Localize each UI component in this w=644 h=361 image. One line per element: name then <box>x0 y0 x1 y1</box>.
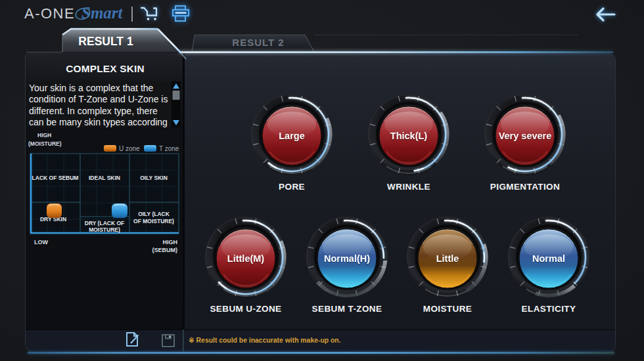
svg-text:LACK OF SEBUM: LACK OF SEBUM <box>32 175 79 181</box>
svg-text:Little(M): Little(M) <box>227 253 265 264</box>
svg-text:OF MOISTURE): OF MOISTURE) <box>133 218 174 224</box>
svg-text:RESULT 2: RESULT 2 <box>232 37 284 48</box>
svg-text:(MOISTURE): (MOISTURE) <box>28 140 62 147</box>
svg-text:IDEAL SKIN: IDEAL SKIN <box>89 175 120 181</box>
svg-text:RESULT 1: RESULT 1 <box>78 35 133 48</box>
svg-text:OILY SKIN: OILY SKIN <box>140 175 168 181</box>
svg-text:T zone: T zone <box>159 145 179 152</box>
svg-text:Little: Little <box>436 253 459 264</box>
svg-text:HIGH: HIGH <box>163 239 178 245</box>
svg-text:MOISTURE): MOISTURE) <box>89 226 120 233</box>
svg-text:DRY (LACK OF: DRY (LACK OF <box>85 220 124 226</box>
svg-text:OILY (LACK: OILY (LACK <box>138 211 170 217</box>
svg-text:(SEBUM): (SEBUM) <box>152 247 178 253</box>
svg-text:U zone: U zone <box>119 145 140 152</box>
svg-text:HIGH: HIGH <box>37 132 51 138</box>
svg-text:LOW: LOW <box>34 239 48 245</box>
svg-text:Thick(L): Thick(L) <box>390 131 428 141</box>
svg-text:Normal: Normal <box>532 253 565 264</box>
svg-text:Very severe: Very severe <box>499 131 552 141</box>
svg-text:Normal(H): Normal(H) <box>324 253 370 264</box>
svg-text:Large: Large <box>279 131 305 141</box>
